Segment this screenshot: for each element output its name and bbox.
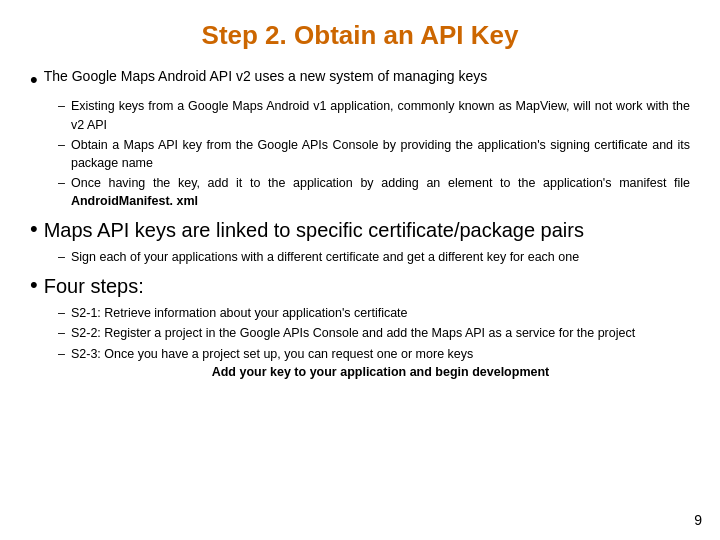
bullet-symbol-2: • bbox=[30, 216, 38, 242]
bullet-text-2: Maps API keys are linked to specific cer… bbox=[44, 216, 584, 244]
bullet-1: • The Google Maps Android API v2 uses a … bbox=[30, 67, 690, 93]
bullet-symbol-3: • bbox=[30, 272, 38, 298]
bullet-symbol-1: • bbox=[30, 67, 38, 93]
dash-3a: – bbox=[58, 304, 65, 322]
sub-bullet-1a: – Existing keys from a Google Maps Andro… bbox=[58, 97, 690, 133]
dash-3c: – bbox=[58, 345, 65, 363]
content-area: • The Google Maps Android API v2 uses a … bbox=[30, 67, 690, 381]
slide: Step 2. Obtain an API Key • The Google M… bbox=[0, 0, 720, 540]
sub-bullet-3b: – S2-2: Register a project in the Google… bbox=[58, 324, 690, 342]
slide-title: Step 2. Obtain an API Key bbox=[30, 20, 690, 51]
sub-bullet-3a: – S2-1: Retrieve information about your … bbox=[58, 304, 690, 322]
bold-manifest: AndroidManifest. xml bbox=[71, 194, 198, 208]
sub-text-2a: Sign each of your applications with a di… bbox=[71, 248, 690, 266]
bullet-3: • Four steps: bbox=[30, 272, 690, 300]
bullet-text-1: The Google Maps Android API v2 uses a ne… bbox=[44, 67, 488, 87]
sub-bullets-1: – Existing keys from a Google Maps Andro… bbox=[58, 97, 690, 210]
dash-1c: – bbox=[58, 174, 65, 192]
sub-text-1b: Obtain a Maps API key from the Google AP… bbox=[71, 136, 690, 172]
dash-3b: – bbox=[58, 324, 65, 342]
sub-bullet-2a: – Sign each of your applications with a … bbox=[58, 248, 690, 266]
sub-bullets-3: – S2-1: Retrieve information about your … bbox=[58, 304, 690, 381]
page-number: 9 bbox=[694, 512, 702, 528]
bold-add-key: Add your key to your application and beg… bbox=[71, 363, 690, 381]
sub-text-3c: S2-3: Once you have a project set up, yo… bbox=[71, 345, 690, 381]
sub-text-3b: S2-2: Register a project in the Google A… bbox=[71, 324, 690, 342]
sub-text-1a: Existing keys from a Google Maps Android… bbox=[71, 97, 690, 133]
sub-bullets-2: – Sign each of your applications with a … bbox=[58, 248, 690, 266]
sub-text-3a: S2-1: Retrieve information about your ap… bbox=[71, 304, 690, 322]
sub-bullet-1b: – Obtain a Maps API key from the Google … bbox=[58, 136, 690, 172]
sub-text-1c: Once having the key, add it to the appli… bbox=[71, 174, 690, 210]
bullet-text-3: Four steps: bbox=[44, 272, 144, 300]
dash-1b: – bbox=[58, 136, 65, 154]
bullet-2: • Maps API keys are linked to specific c… bbox=[30, 216, 690, 244]
sub-bullet-3c: – S2-3: Once you have a project set up, … bbox=[58, 345, 690, 381]
sub-bullet-1c: – Once having the key, add it to the app… bbox=[58, 174, 690, 210]
dash-1a: – bbox=[58, 97, 65, 115]
dash-2a: – bbox=[58, 248, 65, 266]
